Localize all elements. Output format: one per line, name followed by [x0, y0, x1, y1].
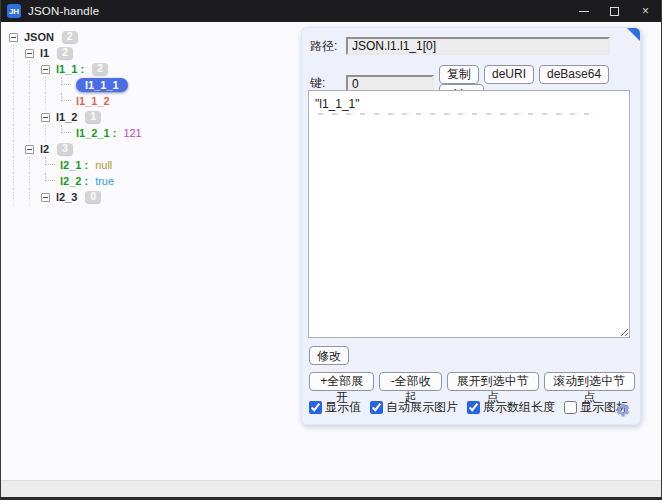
tree-guide-line [41, 93, 57, 109]
minimize-icon [579, 11, 589, 12]
collapse-expander-icon[interactable] [25, 145, 34, 154]
value-editor[interactable]: "l1_1_1" [308, 90, 630, 338]
tree-node-label[interactable]: l2_2 : [60, 175, 88, 187]
tree-node-row[interactable]: l2_2 :true [9, 173, 142, 189]
collapse-all-button[interactable]: -全部收起 [379, 372, 442, 391]
show-array-length-checkbox-label: 展示数组长度 [483, 399, 555, 416]
tree-guide-line [9, 45, 25, 61]
tree-node-row[interactable]: l1_2_1 :121 [9, 125, 142, 141]
tree-connector-tick [61, 125, 71, 133]
show-value-checkbox-item: 显示值 [309, 399, 361, 416]
tree-guide-line [9, 61, 25, 77]
tree-guide-line [41, 125, 57, 141]
tree-guide-line [25, 189, 41, 205]
tree-guide-line [9, 173, 25, 189]
tree-node-row[interactable]: l2_1 :null [9, 157, 142, 173]
tree-node-label[interactable]: l1 [40, 47, 49, 59]
tree-connector-tick [61, 93, 71, 101]
tree-guide-line [9, 77, 25, 93]
copy-button[interactable]: 复制 [439, 65, 479, 84]
tree-node-row[interactable]: l12 [9, 45, 142, 61]
maximize-button[interactable] [599, 0, 630, 22]
node-count-badge: 3 [57, 143, 73, 155]
collapse-expander-icon[interactable] [41, 113, 50, 122]
tree-connector-tick [45, 157, 55, 165]
modify-row: 修改 [309, 346, 349, 365]
tree-guide-line [25, 109, 41, 125]
show-value-checkbox[interactable] [309, 401, 322, 414]
tree-guide-line [25, 61, 41, 77]
tree-guide-line [25, 125, 41, 141]
display-options: 显示值自动展示图片展示数组长度显示图标 [309, 399, 637, 416]
tree-control-buttons: +全部展开-全部收起展开到选中节点滚动到选中节点 [309, 372, 640, 391]
show-array-length-checkbox[interactable] [467, 401, 480, 414]
minimize-button[interactable] [568, 0, 599, 22]
tree-node-value: null [95, 159, 112, 171]
node-count-badge: 2 [62, 31, 78, 43]
tree-node-label[interactable]: l1_1_1 [76, 78, 128, 92]
node-count-badge: 2 [92, 63, 108, 75]
tree-node-label[interactable]: l2_1 : [60, 159, 88, 171]
json-tree: JSON2l12l1_1 :2l1_1_1l1_1_2l1_21l1_2_1 :… [9, 29, 142, 205]
collapse-expander-icon[interactable] [41, 193, 50, 202]
tree-guide-line [9, 125, 25, 141]
app-window: JH JSON-handle × JSON2l12l1_1 :2l1_1_1l1… [0, 0, 662, 500]
modify-button[interactable]: 修改 [309, 346, 349, 365]
window-controls: × [568, 0, 661, 22]
tree-node-row[interactable]: l2_30 [9, 189, 142, 205]
tree-node-label[interactable]: l1_2 [56, 111, 77, 123]
tree-connector-tick [45, 173, 55, 181]
gear-icon[interactable] [615, 402, 631, 418]
show-icon-checkbox[interactable] [564, 401, 577, 414]
tree-node-label[interactable]: l1_1 : [56, 63, 84, 75]
tree-node-value: true [95, 175, 114, 187]
tree-node-row[interactable]: l1_21 [9, 109, 142, 125]
close-button[interactable]: × [630, 0, 661, 22]
path-input[interactable] [346, 37, 610, 55]
main-content: JSON2l12l1_1 :2l1_1_1l1_1_2l1_21l1_2_1 :… [1, 22, 661, 480]
collapse-expander-icon[interactable] [41, 65, 50, 74]
tree-node-value: 121 [123, 127, 141, 139]
tree-guide-line [25, 173, 41, 189]
tree-node-row[interactable]: l1_1_1 [9, 77, 142, 93]
debase64-button[interactable]: deBase64 [539, 65, 609, 84]
tree-connector-tick [61, 77, 71, 85]
tree-node-row[interactable]: l1_1_2 [9, 93, 142, 109]
show-array-length-checkbox-item: 展示数组长度 [467, 399, 555, 416]
scroll-to-selected-button[interactable]: 滚动到选中节点 [544, 372, 635, 391]
corner-marker-icon [627, 28, 640, 41]
path-label: 路径: [310, 38, 346, 55]
tree-node-row[interactable]: l1_1 :2 [9, 61, 142, 77]
tree-guide-line [25, 93, 41, 109]
tree-node-label[interactable]: l1_2_1 : [76, 127, 116, 139]
tree-guide-line [25, 157, 41, 173]
tree-guide-line [9, 141, 25, 157]
close-icon: × [642, 4, 649, 18]
detail-panel: 路径: 键: 复制deURIdeBase64aLine "l1_1_1" 修改 … [301, 27, 641, 425]
tree-guide-line [9, 109, 25, 125]
maximize-icon [610, 7, 619, 16]
tree-node-label[interactable]: JSON [24, 31, 54, 43]
tree-node-row[interactable]: l23 [9, 141, 142, 157]
node-count-badge: 1 [85, 111, 101, 123]
expand-all-button[interactable]: +全部展开 [309, 372, 374, 391]
auto-show-image-checkbox-label: 自动展示图片 [386, 399, 458, 416]
expand-to-selected-button[interactable]: 展开到选中节点 [447, 372, 538, 391]
app-logo-icon: JH [7, 4, 21, 18]
auto-show-image-checkbox[interactable] [370, 401, 383, 414]
deuri-button[interactable]: deURI [484, 65, 534, 84]
bottom-statusbar [1, 480, 661, 497]
collapse-expander-icon[interactable] [25, 49, 34, 58]
tree-node-label[interactable]: l2 [40, 143, 49, 155]
path-row: 路径: [310, 37, 610, 55]
tree-node-label[interactable]: l2_3 [56, 191, 77, 203]
tree-node-label[interactable]: l1_1_2 [76, 95, 110, 107]
window-title: JSON-handle [28, 5, 99, 17]
tree-guide-line [9, 157, 25, 173]
node-count-badge: 2 [57, 47, 73, 59]
collapse-expander-icon[interactable] [9, 33, 18, 42]
tree-node-row[interactable]: JSON2 [9, 29, 142, 45]
auto-show-image-checkbox-item: 自动展示图片 [370, 399, 458, 416]
tree-guide-line [9, 189, 25, 205]
titlebar: JH JSON-handle × [1, 0, 661, 22]
